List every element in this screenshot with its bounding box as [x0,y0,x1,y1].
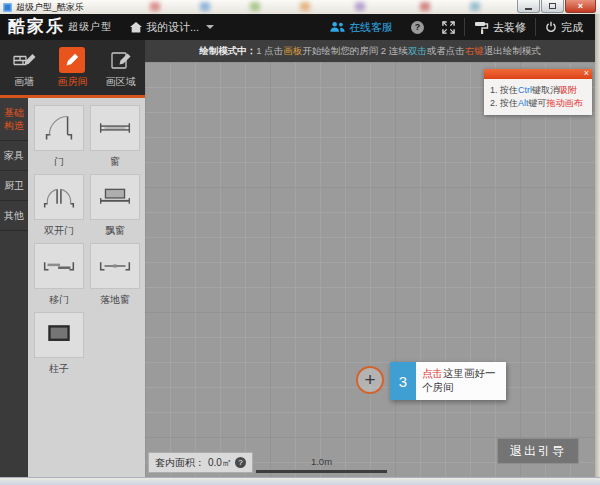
tool-draw-room[interactable]: 画房间 [48,40,96,95]
tool-draw-area[interactable]: 画区域 [97,40,145,95]
item-thumbnail [34,174,84,220]
hint-text: 退出绘制模式 [484,45,541,58]
item-window[interactable]: 窗 [90,105,140,168]
close-button[interactable]: × [565,0,596,13]
tab-other[interactable]: 其他 [0,201,28,231]
item-sliding-door[interactable]: 移门 [34,243,84,306]
library-panel: 基础构造 家具 厨卫 其他 [0,98,145,477]
scale-bar [256,470,387,473]
people-icon [330,21,345,33]
hint-text: 开始绘制您的房间 2 连续 [302,45,408,58]
titlebar-blur-decoration [150,2,160,11]
guide-step-tooltip: 3 点击这里画好一个房间 [390,362,506,400]
my-design-dropdown[interactable]: 我的设计... [130,20,214,35]
shortcut-tooltip-header: × [484,69,592,79]
window-icon [93,107,137,149]
guide-step-text: 点击这里画好一个房间 [416,362,506,400]
titlebar-blur-decoration [200,2,210,11]
header-actions: 在线客服 ? 去 [321,14,595,40]
decorate-button[interactable]: 去装修 [465,14,535,40]
tip-text: 键可 [529,98,547,108]
hint-highlight-rightclick: 右键 [465,45,484,58]
tip-highlight: 吸附 [559,85,577,95]
draw-tools: 画墙 画房间 画区域 [0,40,145,95]
tip-text: 2. 按住 [490,98,518,108]
item-thumbnail [90,243,140,289]
app-window: 超级户型_酷家乐 × 酷家乐 超级户型 我的设计... [0,0,600,485]
window-controls: × [516,0,596,13]
scale-label: 1.0m [311,456,332,467]
item-bay-window[interactable]: 飘窗 [90,174,140,237]
draw-wall-icon [11,47,37,73]
hint-mode-label: 绘制模式中： [199,45,256,58]
maximize-button[interactable] [541,0,564,13]
hint-text: 1 点击 [256,45,283,58]
tool-label: 画房间 [57,75,87,89]
app-header: 酷家乐 超级户型 我的设计... 在线客服 ? [0,14,595,40]
area-value: 0.0㎡ [208,456,232,470]
category-tabs: 基础构造 家具 厨卫 其他 [0,98,28,477]
kujiale-app: 酷家乐 超级户型 我的设计... 在线客服 ? [0,14,595,477]
item-label: 飘窗 [90,224,140,237]
paint-roller-icon [474,21,489,34]
scale-indicator: 1.0m [256,456,387,473]
tooltip-close-icon[interactable]: × [584,68,589,79]
fullscreen-button[interactable] [433,14,464,40]
area-help-icon[interactable]: ? [235,457,246,468]
window-title: 超级户型_酷家乐 [16,0,84,14]
item-double-door[interactable]: 双开门 [34,174,84,237]
item-label: 移门 [34,293,84,306]
floor-window-icon [93,245,137,287]
item-thumbnail [90,105,140,151]
item-list: 门 窗 [28,98,145,477]
close-icon: × [578,1,583,12]
titlebar-blur-decoration [420,2,430,11]
item-floor-window[interactable]: 落地窗 [90,243,140,306]
shortcut-line-alt: 2. 按住Alt键可拖动画布 [490,97,586,110]
door-icon [37,107,81,149]
item-label: 窗 [90,155,140,168]
draw-start-target[interactable]: + [356,366,384,394]
my-design-label: 我的设计... [146,20,199,35]
online-service-label: 在线客服 [349,20,393,35]
tip-highlight: 拖动画布 [547,98,583,108]
titlebar-blur-decoration [300,2,310,11]
os-titlebar[interactable]: 超级户型_酷家乐 × [0,0,600,14]
item-label: 门 [34,155,84,168]
exit-guide-button[interactable]: 退出引导 [497,438,579,464]
tip-text: 键取消 [532,85,559,95]
guide-highlight: 点击 [422,367,443,379]
tab-kitchen-bath[interactable]: 厨卫 [0,171,28,201]
item-pillar[interactable]: 柱子 [34,312,84,375]
guide-step-number: 3 [390,362,416,400]
online-service-button[interactable]: 在线客服 [321,14,402,40]
main-area: 画墙 画房间 画区域 [0,40,595,477]
window-bottom-border [0,477,600,485]
finish-button[interactable]: 完成 [536,14,595,40]
help-icon: ? [411,21,424,34]
minimize-button[interactable] [517,0,540,13]
item-label: 落地窗 [90,293,140,306]
tip-text: 1. 按住 [490,85,518,95]
tool-label: 画区域 [106,75,136,89]
sliding-door-icon [37,245,81,287]
tab-furniture[interactable]: 家具 [0,141,28,171]
titlebar-blur-decoration [470,2,480,11]
item-thumbnail [34,105,84,151]
brand-logo: 酷家乐 [0,14,65,40]
expand-icon [442,21,455,34]
drawing-mode-hint: 绘制模式中：1 点击画板开始绘制您的房间 2 连续双击或者点击右键退出绘制模式 [145,40,595,62]
item-door[interactable]: 门 [34,105,84,168]
tab-basic-construction[interactable]: 基础构造 [0,98,28,141]
shortcut-tooltip: × 1. 按住Ctrl键取消吸附 2. 按住Alt键可拖动画布 [484,69,592,115]
ctrl-key-label: Ctrl [518,85,532,95]
area-label: 套内面积： [155,456,205,470]
area-status: 套内面积：0.0㎡ ? [148,452,253,473]
app-taskbar-icon [3,3,12,12]
tool-draw-wall[interactable]: 画墙 [0,40,48,95]
drawing-canvas[interactable]: × 1. 按住Ctrl键取消吸附 2. 按住Alt键可拖动画布 + 3 点击这里… [145,62,595,477]
help-button[interactable]: ? [402,14,433,40]
draw-room-icon [59,47,85,73]
draw-area-icon [108,47,134,73]
pillar-icon [37,314,81,356]
